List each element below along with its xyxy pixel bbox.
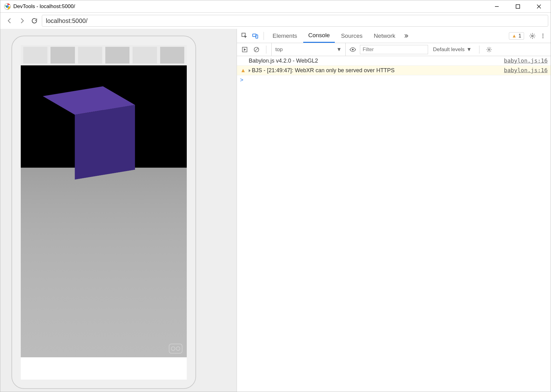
svg-point-11 bbox=[542, 35, 543, 36]
eye-icon[interactable] bbox=[348, 45, 357, 54]
tab-label: Network bbox=[374, 33, 396, 39]
context-select[interactable]: top ▼ bbox=[271, 43, 346, 56]
window-buttons bbox=[491, 2, 549, 11]
svg-point-9 bbox=[531, 35, 533, 37]
url-text: localhost:5000/ bbox=[46, 17, 88, 24]
toolbar-slot bbox=[50, 47, 75, 64]
separator bbox=[264, 32, 264, 40]
log-levels-select[interactable]: Default levels ▼ bbox=[431, 46, 474, 53]
ground-plane bbox=[21, 168, 187, 357]
tab-network[interactable]: Network bbox=[369, 29, 400, 43]
svg-point-12 bbox=[542, 37, 543, 38]
levels-label: Default levels bbox=[433, 46, 465, 53]
window-title: DevTools - localhost:5000/ bbox=[13, 3, 491, 10]
play-icon[interactable] bbox=[240, 45, 249, 54]
svg-rect-3 bbox=[516, 5, 520, 8]
console-message[interactable]: ▲ BJS - [21:49:47]: WebXR can only be se… bbox=[237, 66, 551, 75]
message-source-link[interactable]: babylon.js:16 bbox=[504, 57, 548, 64]
warning-icon: ▲ bbox=[512, 33, 517, 39]
content-split: Elements Console Sources Network ▲ 1 top bbox=[0, 29, 551, 392]
toolbar-slot bbox=[23, 47, 47, 64]
chrome-icon bbox=[4, 3, 11, 10]
message-text: BJS - [21:49:47]: WebXR can only be serv… bbox=[249, 67, 501, 74]
tab-label: Sources bbox=[341, 33, 363, 39]
context-label: top bbox=[275, 46, 283, 53]
webgl-canvas[interactable] bbox=[21, 65, 187, 357]
more-tabs-icon[interactable] bbox=[401, 31, 411, 41]
devtools-window: DevTools - localhost:5000/ localhost:500… bbox=[0, 0, 551, 392]
toolbar-slot bbox=[133, 47, 157, 64]
back-button[interactable] bbox=[5, 16, 15, 26]
console-output[interactable]: Babylon.js v4.2.0 - WebGL2 babylon.js:16… bbox=[237, 56, 551, 392]
tab-label: Elements bbox=[273, 33, 297, 39]
settings-gear-icon[interactable] bbox=[528, 31, 537, 41]
tab-console[interactable]: Console bbox=[303, 29, 335, 43]
tab-label: Console bbox=[308, 32, 330, 39]
reload-button[interactable] bbox=[29, 16, 39, 26]
vr-headset-icon[interactable] bbox=[169, 344, 182, 354]
chevron-down-icon: ▼ bbox=[336, 46, 342, 53]
message-source-link[interactable]: babylon.js:16 bbox=[504, 67, 548, 73]
console-prompt[interactable]: > bbox=[237, 75, 551, 85]
kebab-menu-icon[interactable] bbox=[538, 31, 548, 41]
page-toolbar bbox=[21, 45, 187, 65]
maximize-button[interactable] bbox=[512, 2, 524, 11]
filter-input[interactable] bbox=[360, 45, 428, 54]
device-viewport-pane bbox=[0, 29, 237, 392]
toolbar-slot bbox=[105, 47, 129, 64]
clear-console-icon[interactable] bbox=[252, 45, 261, 54]
tab-sources[interactable]: Sources bbox=[336, 29, 368, 43]
warnings-badge[interactable]: ▲ 1 bbox=[509, 32, 524, 40]
warning-count: 1 bbox=[518, 33, 521, 39]
url-input[interactable]: localhost:5000/ bbox=[42, 15, 548, 27]
separator bbox=[479, 46, 479, 54]
titlebar: DevTools - localhost:5000/ bbox=[0, 0, 551, 13]
console-settings-gear-icon[interactable] bbox=[484, 45, 494, 54]
toggle-device-icon[interactable] bbox=[251, 31, 260, 41]
device-screen[interactable] bbox=[21, 45, 187, 380]
address-row: localhost:5000/ bbox=[0, 13, 551, 29]
cube-mesh bbox=[59, 95, 119, 170]
svg-point-17 bbox=[488, 49, 490, 50]
toolbar-slot bbox=[160, 47, 184, 64]
tab-elements[interactable]: Elements bbox=[268, 29, 302, 43]
svg-point-10 bbox=[542, 33, 543, 34]
disclosure-triangle-icon[interactable] bbox=[249, 69, 251, 72]
separator bbox=[266, 46, 266, 54]
inspect-element-icon[interactable] bbox=[240, 31, 249, 41]
message-text: Babylon.js v4.2.0 - WebGL2 bbox=[249, 58, 501, 64]
close-button[interactable] bbox=[533, 2, 545, 11]
page-footer bbox=[21, 357, 187, 380]
device-frame bbox=[11, 36, 196, 389]
forward-button[interactable] bbox=[17, 16, 27, 26]
warning-icon: ▲ bbox=[240, 67, 246, 74]
prompt-symbol: > bbox=[240, 77, 243, 83]
console-controls: top ▼ Default levels ▼ bbox=[237, 43, 551, 56]
minimize-button[interactable] bbox=[491, 2, 503, 11]
svg-line-15 bbox=[255, 48, 258, 51]
svg-point-16 bbox=[352, 49, 354, 51]
chevron-down-icon: ▼ bbox=[466, 46, 472, 53]
devtools-tabs: Elements Console Sources Network ▲ 1 bbox=[237, 29, 551, 43]
devtools-panel: Elements Console Sources Network ▲ 1 top bbox=[237, 29, 551, 392]
toolbar-slot bbox=[78, 47, 102, 64]
console-message[interactable]: Babylon.js v4.2.0 - WebGL2 babylon.js:16 bbox=[237, 56, 551, 66]
